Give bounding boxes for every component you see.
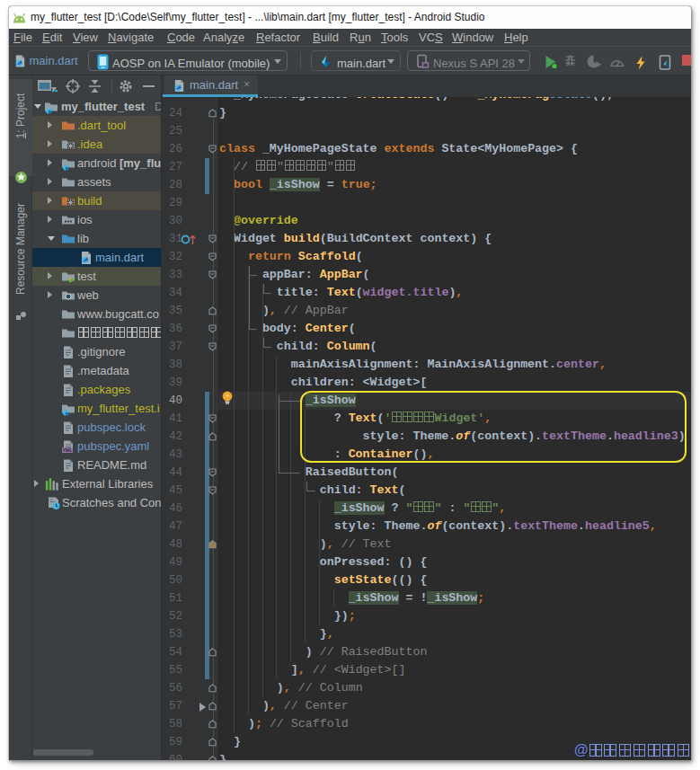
svg-text:YML: YML <box>62 447 73 453</box>
